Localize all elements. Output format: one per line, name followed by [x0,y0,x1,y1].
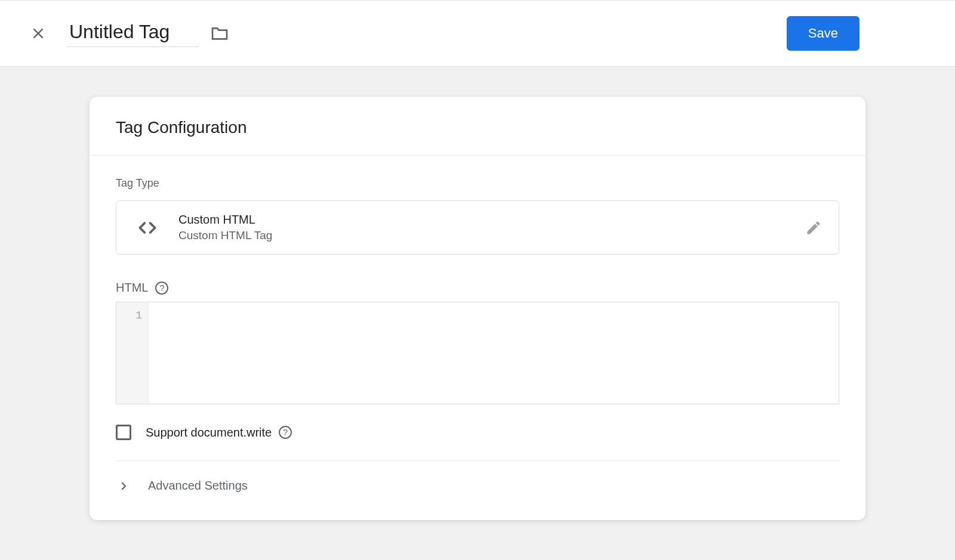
help-icon: ? [160,283,165,293]
close-icon [30,26,46,41]
pencil-icon [805,219,822,236]
tag-type-label: Tag Type [116,177,839,190]
tag-type-description: Custom HTML Tag [178,229,805,242]
card-body: Tag Type Custom HTML Custom HTML Tag [90,156,865,520]
help-icon: ? [283,428,288,437]
line-number-gutter: 1 [116,302,149,404]
tag-configuration-card: Tag Configuration Tag Type Custom HTML C… [90,97,865,520]
folder-icon [210,24,229,43]
html-label-row: HTML ? [116,281,839,295]
close-button[interactable] [24,19,53,48]
advanced-settings-toggle[interactable]: Advanced Settings [116,461,839,508]
document-write-label: Support document.write [146,426,272,440]
code-textarea[interactable] [149,302,839,404]
tag-type-selector[interactable]: Custom HTML Custom HTML Tag [116,200,839,255]
content-area: Tag Configuration Tag Type Custom HTML C… [0,67,955,520]
card-header: Tag Configuration [90,97,865,156]
card-title: Tag Configuration [116,118,839,137]
topbar: Save [0,0,955,67]
tag-type-name: Custom HTML [178,213,805,227]
save-button[interactable]: Save [787,16,860,51]
advanced-settings-label: Advanced Settings [148,479,248,493]
code-icon [133,214,162,242]
edit-tag-type-button[interactable] [805,219,822,236]
chevron-right-icon [118,481,129,491]
document-write-help-button[interactable]: ? [279,426,292,439]
html-label: HTML [116,281,148,295]
tag-name-input[interactable] [67,20,198,47]
tag-type-text: Custom HTML Custom HTML Tag [178,213,805,242]
html-code-editor[interactable]: 1 [116,302,839,404]
document-write-row: Support document.write ? [116,425,839,461]
line-number: 1 [135,310,142,321]
folder-button[interactable] [210,24,229,43]
document-write-checkbox[interactable] [116,425,131,440]
html-help-button[interactable]: ? [155,281,168,295]
